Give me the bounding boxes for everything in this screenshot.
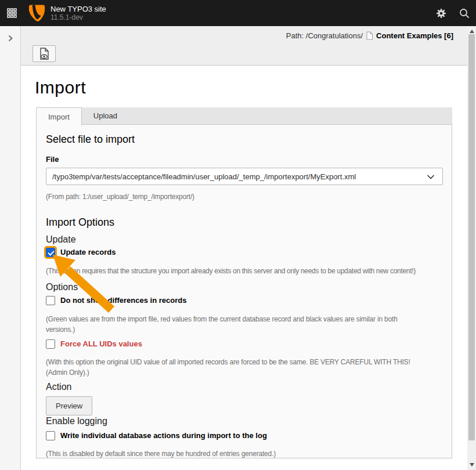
chevron-right-icon: [7, 34, 14, 42]
diff-row[interactable]: Do not show differences in records: [46, 296, 442, 305]
gear-icon: [436, 8, 446, 19]
preview-button[interactable]: Preview: [46, 396, 92, 415]
triangle-up-icon: [470, 30, 474, 33]
force-uids-hint: (With this option the original UID value…: [46, 357, 442, 378]
page-title: Import: [35, 77, 467, 98]
diff-hint-line1: (Green values are from the import file, …: [46, 314, 442, 324]
options-section-title: Import Options: [46, 216, 442, 229]
diff-hint-line2: versions.): [46, 324, 442, 335]
update-records-checkbox[interactable]: [46, 248, 55, 257]
view-webpage-button[interactable]: [33, 45, 56, 62]
tabstrip: Import Upload: [36, 107, 452, 124]
update-records-row[interactable]: Update records: [46, 248, 442, 257]
search-icon: [459, 8, 470, 19]
force-uids-checkbox[interactable]: [46, 339, 55, 349]
log-checkbox[interactable]: [46, 431, 55, 440]
triangle-down-icon: [470, 463, 474, 467]
typo3-logo-icon: [28, 3, 46, 23]
site-version: 11.5.1-dev: [51, 13, 106, 21]
action-heading: Action: [46, 381, 442, 392]
breadcrumb: Path: /Congratulations/ Content Examples…: [286, 31, 453, 40]
module-menu-button[interactable]: [0, 0, 23, 26]
update-heading: Update: [46, 234, 442, 245]
module-body: Import Import Upload Select file to impo…: [21, 66, 467, 470]
scrollbar-thumb[interactable]: [468, 34, 475, 440]
diff-checkbox[interactable]: [46, 296, 55, 305]
force-hint-line2: (Admin Only).): [46, 367, 442, 378]
typo3-backend: New TYPO3 site 11.5.1-dev: [0, 0, 476, 470]
document-preview-icon: [39, 48, 50, 60]
pagetree-collapsed-strip: [0, 26, 21, 470]
scroll-down-button[interactable]: [467, 461, 476, 469]
log-row[interactable]: Write individual database actions during…: [46, 431, 442, 440]
log-hint: (This is disabled by default since there…: [46, 449, 442, 458]
force-hint-line1: (With this option the original UID value…: [46, 357, 442, 367]
docheader: Path: /Congratulations/ Content Examples…: [21, 26, 467, 66]
tabs: Import Upload Select file to import File…: [36, 107, 452, 458]
log-label[interactable]: Write individual database actions during…: [60, 431, 267, 440]
site-info: New TYPO3 site 11.5.1-dev: [51, 5, 106, 21]
options-heading: Options: [46, 281, 442, 292]
update-hint: (This option requires that the structure…: [46, 266, 442, 276]
tab-import[interactable]: Import: [36, 107, 82, 126]
force-uids-row[interactable]: Force ALL UIDs values: [46, 339, 442, 349]
file-select-value: /typo3temp/var/tests/acceptance/fileadmi…: [52, 172, 356, 181]
apps-grid-icon: [7, 8, 17, 18]
page-icon: [366, 31, 373, 40]
file-section-title: Select file to import: [46, 133, 442, 146]
file-select[interactable]: /typo3temp/var/tests/acceptance/fileadmi…: [46, 168, 443, 185]
chevron-down-icon: [427, 175, 435, 179]
file-path-hint: (From path: 1:/user_upload/_temp_/import…: [46, 191, 442, 202]
update-records-label[interactable]: Update records: [60, 248, 116, 257]
brand: New TYPO3 site 11.5.1-dev: [28, 3, 106, 23]
force-uids-label[interactable]: Force ALL UIDs values: [60, 339, 142, 349]
tab-upload[interactable]: Upload: [82, 107, 129, 124]
breadcrumb-path: Path: /Congratulations/: [286, 31, 363, 40]
pagetree-expand-button[interactable]: [0, 30, 21, 47]
file-field-label: File: [46, 155, 442, 164]
settings-button[interactable]: [430, 0, 453, 26]
breadcrumb-record-title: Content Examples [6]: [376, 31, 453, 40]
import-tab-pane: Select file to import File /typo3temp/va…: [36, 124, 452, 458]
diff-label[interactable]: Do not show differences in records: [60, 296, 186, 305]
logging-heading: Enable logging: [46, 415, 442, 426]
site-title: New TYPO3 site: [51, 5, 106, 13]
diff-hint: (Green values are from the import file, …: [46, 314, 442, 335]
topbar: New TYPO3 site 11.5.1-dev: [0, 0, 476, 26]
vertical-scrollbar: [467, 26, 476, 470]
search-button[interactable]: [453, 0, 476, 26]
